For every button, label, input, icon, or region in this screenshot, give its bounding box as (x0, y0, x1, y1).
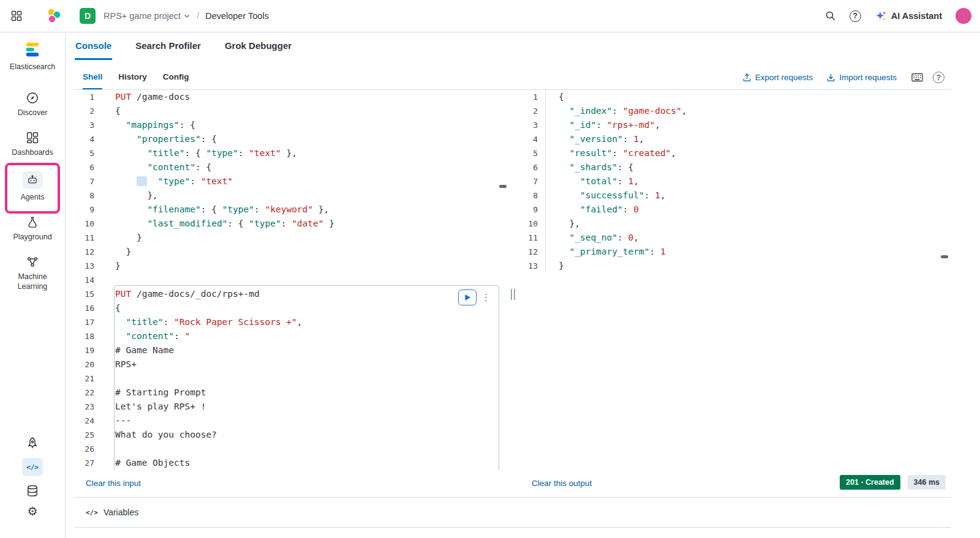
sidebar-item-machine-learning[interactable]: Machine Learning (4, 250, 61, 300)
export-requests-button[interactable]: Export requests (742, 73, 813, 82)
line-number: 26 (75, 442, 102, 456)
clear-output-link[interactable]: Clear this output (532, 479, 592, 488)
sidebar: Elasticsearch Discover Dashboards (0, 33, 66, 538)
code-line: 26 (75, 442, 508, 456)
console-footer: Clear this input Clear this output 201 -… (75, 470, 951, 497)
code-text: "title": "Rock Paper Scissors +", (102, 315, 303, 329)
line-number: 1 (75, 90, 102, 104)
sidebar-item-label: Playground (7, 232, 58, 242)
line-number: 23 (75, 400, 102, 414)
line-number: 12 (518, 245, 545, 259)
ai-assistant-button[interactable]: AI Assistant (875, 10, 942, 22)
dev-tools-icon[interactable]: </> (22, 458, 43, 476)
tab-search-profiler[interactable]: Search Profiler (135, 32, 202, 60)
line-number: 10 (75, 217, 102, 231)
sidebar-item-discover[interactable]: Discover (4, 86, 61, 125)
line-number: 3 (75, 118, 102, 132)
subtab-history[interactable]: History (118, 65, 147, 89)
console-input-editor[interactable]: 1PUT /game-docs2{3 "mappings": {4 "prope… (75, 90, 508, 470)
search-icon[interactable] (825, 10, 836, 21)
code-text: "_shards": { (545, 160, 633, 174)
line-number: 6 (518, 160, 545, 174)
code-text: # Game Name (102, 343, 174, 357)
line-number: 10 (518, 217, 545, 231)
code-text: --- (102, 414, 131, 428)
export-requests-label: Export requests (755, 73, 813, 82)
code-text: PUT /game-docs/_doc/rps+-md (102, 287, 260, 301)
code-text: # Starting Prompt (102, 386, 206, 400)
code-line: 17 "title": "Rock Paper Scissors +", (75, 315, 508, 329)
code-line: 1{ (518, 90, 951, 104)
elastic-logo-icon[interactable] (45, 7, 62, 24)
line-number: 7 (518, 174, 545, 189)
code-line: 5 "title": { "type": "text" }, (75, 146, 508, 160)
sidebar-brand[interactable]: Elasticsearch (10, 40, 55, 71)
request-menu-icon[interactable]: ⋮ (481, 292, 490, 303)
database-icon[interactable] (26, 485, 39, 497)
keyboard-shortcuts-icon[interactable] (911, 73, 923, 82)
rocket-icon[interactable] (26, 437, 39, 449)
code-text: "type": "text" (102, 174, 233, 189)
user-avatar[interactable] (956, 8, 971, 24)
import-requests-label: Import requests (839, 73, 897, 82)
code-text: { (102, 301, 121, 315)
line-number: 4 (518, 132, 545, 146)
line-number: 15 (75, 287, 102, 301)
top-navigation-bar: D RPS+ game project / Developer Tools ? (0, 0, 980, 32)
code-text: "title": { "type": "text" }, (102, 146, 297, 160)
sidebar-bottom-icons: </> ⚙ (0, 437, 65, 517)
line-number: 18 (75, 329, 102, 343)
send-request-button[interactable] (458, 290, 477, 305)
pane-divider[interactable] (508, 90, 518, 470)
line-number: 11 (75, 231, 102, 245)
line-number: 22 (75, 386, 102, 400)
pane-drag-handle-icon[interactable] (511, 289, 515, 300)
code-line: 22# Starting Prompt (75, 386, 508, 400)
code-text: "_seq_no": 0, (545, 231, 639, 245)
code-line: 9 "filename": { "type": "keyword" }, (75, 203, 508, 217)
console-output-pane[interactable]: 1{2 "_index": "game-docs",3 "_id": "rps+… (518, 90, 951, 470)
line-number: 5 (518, 146, 545, 160)
line-number: 8 (518, 189, 545, 203)
gear-icon[interactable]: ⚙ (27, 506, 37, 517)
code-line: 10 }, (518, 217, 951, 231)
code-line: 11 } (75, 231, 508, 245)
code-text: RPS+ (102, 357, 137, 372)
line-number: 9 (518, 203, 545, 217)
line-number: 7 (75, 174, 102, 189)
code-line: 18 "content": " (75, 329, 508, 343)
code-text: "_id": "rps+-md", (545, 118, 660, 132)
variables-accordion[interactable]: </> Variables (75, 497, 951, 528)
clear-input-link[interactable]: Clear this input (86, 479, 141, 488)
tab-grok-debugger[interactable]: Grok Debugger (224, 32, 292, 60)
breadcrumb-project[interactable]: RPS+ game project (104, 11, 190, 21)
code-line: 5 "result": "created", (518, 146, 951, 160)
code-line: 2 "_index": "game-docs", (518, 104, 951, 118)
request-actions: ⋮ (458, 290, 490, 305)
sidebar-item-label: Dashboards (7, 148, 58, 158)
console-panel: Shell History Config Export requests (75, 65, 951, 538)
line-number: 13 (75, 259, 102, 273)
nav-menu-icon[interactable] (9, 8, 24, 24)
robot-icon (27, 174, 38, 185)
code-text: "_primary_term": 1 (545, 245, 666, 259)
code-line: 12 } (75, 245, 508, 259)
tab-console[interactable]: Console (75, 32, 112, 60)
input-pane-collapse-handle[interactable] (499, 185, 507, 188)
code-line: 7 "total": 1, (518, 174, 951, 189)
sidebar-item-playground[interactable]: Playground (4, 210, 61, 250)
subtab-shell[interactable]: Shell (83, 65, 102, 89)
console-help-icon[interactable]: ? (933, 72, 944, 83)
sidebar-item-agents[interactable]: Agents (4, 165, 61, 210)
subtab-config[interactable]: Config (163, 65, 189, 89)
code-line: 2{ (75, 104, 508, 118)
sidebar-item-dashboards[interactable]: Dashboards (4, 125, 61, 165)
import-requests-button[interactable]: Import requests (826, 73, 897, 82)
export-icon (742, 73, 752, 82)
code-line: 10 "last_modified": { "type": "date" } (75, 217, 508, 231)
help-icon[interactable]: ? (850, 10, 861, 22)
output-pane-collapse-handle[interactable] (941, 255, 948, 258)
project-badge[interactable]: D (80, 8, 96, 24)
sidebar-item-label: Agents (7, 192, 58, 203)
code-text: PUT /game-docs (102, 90, 190, 104)
